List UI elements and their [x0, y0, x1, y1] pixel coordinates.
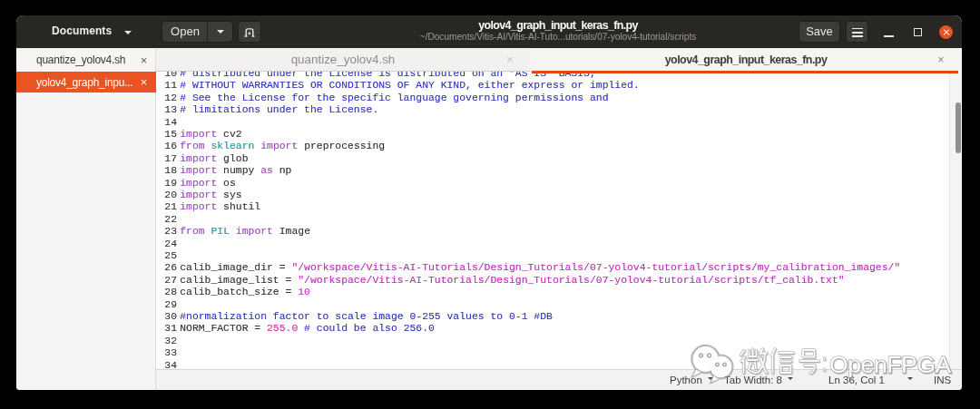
svg-text:OpenFPGA: OpenFPGA — [829, 351, 952, 378]
